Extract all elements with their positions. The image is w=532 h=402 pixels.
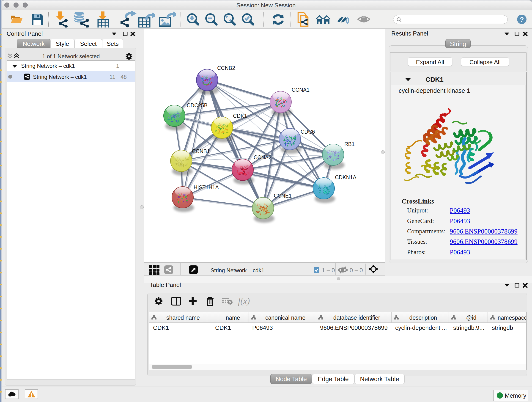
- svg-text:CCNA1: CCNA1: [292, 87, 310, 93]
- svg-text:CCNB1: CCNB1: [192, 148, 210, 154]
- svg-text:CCNA2: CCNA2: [254, 154, 272, 160]
- svg-text:HIST1H1A: HIST1H1A: [194, 185, 219, 191]
- svg-text:CDK1: CDK1: [233, 113, 247, 119]
- svg-text:CCNB2: CCNB2: [217, 65, 235, 71]
- svg-text:CDKN1A: CDKN1A: [335, 174, 356, 180]
- svg-text:CDC25B: CDC25B: [187, 102, 208, 108]
- svg-text:RB1: RB1: [344, 141, 355, 147]
- svg-text:CDC6: CDC6: [301, 129, 315, 135]
- svg-text:CCNE1: CCNE1: [274, 193, 292, 199]
